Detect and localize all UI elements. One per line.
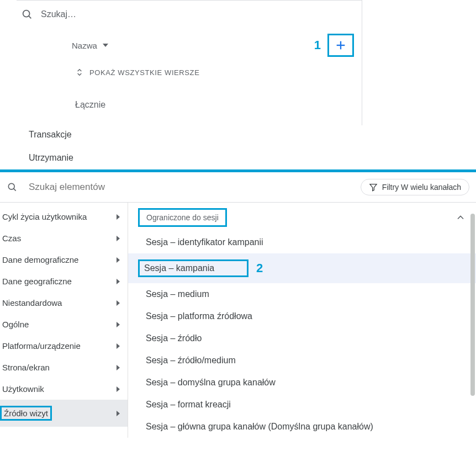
svg-point-0 <box>23 10 30 17</box>
search-icon <box>7 182 18 193</box>
tab-list: Transakcje Utrzymanie <box>0 125 188 169</box>
option-session-creative-format[interactable]: Sesja – format kreacji <box>128 394 476 416</box>
chevron-up-icon[interactable] <box>455 212 466 223</box>
dimension-picker-header: Filtry W wielu kanałach <box>0 172 476 203</box>
svg-line-5 <box>14 189 16 191</box>
sidebar-item-label: Użytkownik <box>2 384 44 394</box>
total-row-label: Łącznie <box>17 83 362 125</box>
search-row <box>17 1 362 28</box>
svg-marker-6 <box>370 184 377 191</box>
section-title-session-scoped: Ograniczone do sesji <box>138 208 227 227</box>
unfold-icon <box>75 68 84 77</box>
column-name-label: Nazwa <box>72 41 97 50</box>
svg-point-4 <box>8 183 14 189</box>
filter-icon <box>369 183 378 192</box>
sidebar-item-lifecycle[interactable]: Cykl życia użytkownika <box>0 206 128 227</box>
chevron-right-icon <box>117 386 120 392</box>
callout-number-1: 1 <box>314 38 321 52</box>
tab-transactions[interactable]: Transakcje <box>0 125 188 146</box>
chevron-right-icon <box>117 257 120 263</box>
header-row: Nazwa 1 <box>17 28 362 62</box>
sidebar-item-custom[interactable]: Niestandardowa <box>0 292 128 314</box>
sidebar-item-label: Czas <box>2 234 21 243</box>
filter-multichannel-button[interactable]: Filtry W wielu kanałach <box>361 179 469 195</box>
expand-rows-label: POKAŻ WSZYSTKIE WIERSZE <box>89 68 199 77</box>
option-session-primary-channel-group[interactable]: Sesja – główna grupa kanałów (Domyślna g… <box>128 416 476 438</box>
chevron-right-icon <box>117 214 120 220</box>
chevron-right-icon <box>117 343 120 349</box>
option-session-campaign[interactable]: Sesja – kampania 2 <box>128 253 476 283</box>
sidebar-item-user[interactable]: Użytkownik <box>0 378 128 400</box>
sidebar-item-demographics[interactable]: Dane demograficzne <box>0 249 128 271</box>
category-sidebar: Cykl życia użytkownika Czas Dane demogra… <box>0 203 128 438</box>
sidebar-item-label: Źródło wizyt <box>0 406 52 421</box>
option-session-source[interactable]: Sesja – źródło <box>128 327 476 349</box>
expand-rows-button[interactable]: POKAŻ WSZYSTKIE WIERSZE <box>17 62 362 83</box>
chevron-right-icon <box>117 279 120 284</box>
option-session-source-platform[interactable]: Sesja – platforma źródłowa <box>128 305 476 327</box>
sidebar-item-label: Strona/ekran <box>2 363 50 372</box>
sidebar-item-general[interactable]: Ogólne <box>0 314 128 335</box>
search-input[interactable] <box>41 9 357 19</box>
dimension-search-input[interactable] <box>29 182 146 193</box>
sidebar-item-geographic[interactable]: Dane geograficzne <box>0 271 128 292</box>
chevron-right-icon <box>117 365 120 370</box>
chevron-right-icon <box>117 300 120 306</box>
chevron-right-icon <box>117 236 120 241</box>
sidebar-item-label: Platforma/urządzenie <box>2 341 81 351</box>
arrow-down-icon <box>103 44 108 47</box>
option-session-campaign-id[interactable]: Sesja – identyfikator kampanii <box>128 231 476 253</box>
column-name-dropdown[interactable]: Nazwa <box>72 41 108 50</box>
sidebar-item-traffic-source[interactable]: Źródło wizyt <box>0 400 128 427</box>
sidebar-item-label: Cykl życia użytkownika <box>2 212 87 221</box>
sidebar-item-time[interactable]: Czas <box>0 227 128 249</box>
tab-retention[interactable]: Utrzymanie <box>0 146 188 169</box>
chevron-right-icon <box>117 322 120 327</box>
sidebar-item-label: Ogólne <box>2 320 29 329</box>
sidebar-item-label: Niestandardowa <box>2 298 62 307</box>
search-icon <box>21 8 33 20</box>
callout-number-2: 2 <box>256 261 263 275</box>
sidebar-item-platform-device[interactable]: Platforma/urządzenie <box>0 335 128 357</box>
sidebar-item-label: Dane demograficzne <box>2 255 78 264</box>
dimension-option-list: Sesja – identyfikator kampanii Sesja – k… <box>128 228 476 438</box>
chevron-right-icon <box>117 411 120 416</box>
dimension-detail-panel: Ograniczone do sesji Sesja – identyfikat… <box>128 203 476 438</box>
sidebar-item-label: Dane geograficzne <box>2 277 72 286</box>
add-column-button[interactable] <box>327 34 354 57</box>
filter-label: Filtry W wielu kanałach <box>382 183 461 192</box>
option-session-source-medium[interactable]: Sesja – źródło/medium <box>128 349 476 372</box>
scrollbar[interactable] <box>470 214 475 396</box>
option-session-default-channel-group[interactable]: Sesja – domyślna grupa kanałów <box>128 372 476 394</box>
svg-line-1 <box>29 16 31 18</box>
option-session-medium[interactable]: Sesja – medium <box>128 283 476 305</box>
sidebar-item-page-screen[interactable]: Strona/ekran <box>0 357 128 378</box>
option-label: Sesja – kampania <box>138 259 248 277</box>
plus-icon <box>335 39 347 51</box>
